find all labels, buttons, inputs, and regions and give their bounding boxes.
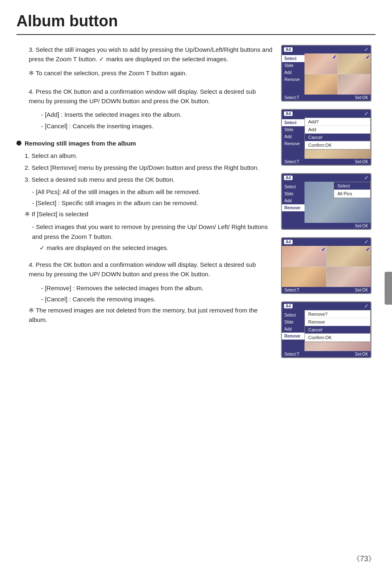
cam-body-3: Select Slide Add Remove Select All Pics (282, 182, 371, 223)
cam-photo-2: ✓ (338, 53, 371, 74)
cam-menu-remove-3[interactable]: Remove (282, 204, 304, 211)
cam-footer-left-2: Select:T (284, 160, 300, 164)
cam-footer-5: Select:T Set:OK (282, 351, 371, 357)
cam-photo-1: ✓ (304, 53, 337, 74)
screenshots-column: A4 ✓ Select Slide Add Remove ✓ ✓ (281, 45, 376, 358)
cam-photo-4-1: ✓ (282, 246, 326, 266)
cam-photo-4-3 (282, 267, 326, 287)
cam-menu-slide-3[interactable]: Slide (282, 190, 304, 197)
cam-menu-select[interactable]: Select (282, 55, 304, 62)
cam-footer-right-4: Set:OK (355, 288, 368, 292)
removing-step3-sub2: - [Select] : Specific still images in th… (32, 198, 273, 208)
cam-ui-4: A4 ✓ ✓ ✓ Select:T Set:OK (281, 237, 371, 294)
cam-menu-add-5[interactable]: Add (282, 326, 304, 333)
cam-menu-select-5[interactable]: Select (282, 312, 304, 319)
select-item-allpics[interactable]: All Pics (334, 190, 370, 198)
cam-photo-4 (338, 74, 371, 95)
check-mark-4-1: ✓ (321, 247, 325, 252)
cam-header-1: A4 ✓ (282, 46, 371, 53)
cam-menu-slide-5[interactable]: Slide (282, 319, 304, 326)
cam-body-4: ✓ ✓ (282, 246, 371, 287)
cam-menu-remove-2[interactable]: Remove (282, 140, 304, 147)
cam-footer-right-3: Set:OK (355, 224, 368, 228)
removing-check-note: ✓ marks are displayed on the selected im… (39, 243, 273, 252)
removing-select-detail: - Select images that you want to remove … (32, 222, 273, 241)
cam-menu-select-2[interactable]: Select (282, 119, 304, 126)
dropdown-remove-q: Remove? (305, 310, 370, 318)
screen1: A4 ✓ Select Slide Add Remove ✓ ✓ (281, 45, 376, 102)
cam-photo-4-4 (327, 267, 371, 287)
cam-check-5: ✓ (364, 303, 369, 309)
dropdown-add[interactable]: Add (305, 126, 370, 134)
cam-header-5: A4 ✓ (282, 302, 371, 310)
cam-label-4: A4 (284, 240, 293, 244)
check-mark-4-2: ✓ (366, 247, 370, 252)
cam-body-right-3: Select All Pics (304, 182, 371, 223)
page-title: Album button (16, 12, 376, 35)
screen2: A4 ✓ Select Slide Add Remove (281, 109, 376, 166)
cam-header-3: A4 ✓ (282, 174, 371, 182)
cam-dropdown-2: Add? Add Cancel Confirm:OK (304, 118, 371, 150)
step4-text: 4. Press the OK button and a confirmatio… (29, 87, 273, 106)
dropdown-confirm: Confirm:OK (305, 141, 370, 149)
cam-label-3: A4 (284, 176, 293, 180)
cam-footer-left-4: Select:T (284, 288, 300, 292)
step3-note: To cancel the selection, press the Zoom … (29, 68, 273, 78)
dropdown-cancel-5[interactable]: Cancel (305, 326, 370, 334)
cam-menu-add[interactable]: Add (282, 69, 304, 76)
cam-dropdown-5: Remove? Remove Cancel Confirm:OK (304, 310, 371, 342)
screen5: A4 ✓ Select Slide Add Remove (281, 301, 376, 358)
cam-footer-2: Select:T Set:OK (282, 159, 371, 165)
cam-check-2: ✓ (364, 111, 369, 117)
screen4: A4 ✓ ✓ ✓ Select:T Set:OK (281, 237, 376, 294)
main-layout: 3. Select the still images you wish to a… (16, 45, 376, 358)
text-column: 3. Select the still images you wish to a… (16, 45, 281, 358)
section-step4: 4. Press the OK button and a confirmatio… (16, 87, 273, 131)
removing-step1: 1. Select an album. (25, 151, 273, 160)
select-item-select[interactable]: Select (334, 182, 370, 190)
cam-footer-right-2: Set:OK (355, 160, 368, 164)
cam-menu-3: Select Slide Add Remove (282, 182, 304, 223)
side-tab (385, 272, 392, 305)
cam-ui-1: A4 ✓ Select Slide Add Remove ✓ ✓ (281, 45, 371, 102)
cam-check-4: ✓ (364, 239, 369, 245)
cam-body-right-5: Remove? Remove Cancel Confirm:OK (304, 310, 371, 351)
cam-ui-5: A4 ✓ Select Slide Add Remove (281, 301, 371, 358)
cam-menu-remove[interactable]: Remove (282, 76, 304, 83)
section-remove-step4: 4. Press the OK button and a confirmatio… (16, 260, 273, 325)
cam-ui-2: A4 ✓ Select Slide Add Remove (281, 109, 371, 166)
cam-footer-1: Select:T Set:OK (282, 95, 371, 101)
cam-photo-3 (304, 74, 337, 95)
cam-header-4: A4 ✓ (282, 238, 371, 246)
cam-menu-slide[interactable]: Slide (282, 62, 304, 69)
cam-photos-4: ✓ ✓ (282, 246, 371, 287)
cam-footer-right-1: Set:OK (355, 95, 368, 100)
check-mark-2: ✓ (366, 54, 370, 60)
removing-step3: 3. Select a desired sub menu and press t… (25, 175, 273, 184)
removing-note-select: If [Select] is selected (25, 209, 273, 219)
cam-menu-2: Select Slide Add Remove (282, 118, 304, 159)
removing-step2: 2. Select [Remove] menu by pressing the … (25, 163, 273, 172)
cam-footer-right-5: Set:OK (355, 352, 368, 356)
cam-menu-add-2[interactable]: Add (282, 133, 304, 140)
cam-footer-left-5: Select:T (284, 352, 300, 356)
screen3: A4 ✓ Select Slide Add Remove (281, 173, 376, 230)
bullet-icon (16, 141, 21, 146)
cam-select-dropdown-3: Select All Pics (334, 182, 371, 198)
cam-photos-1: ✓ ✓ (304, 53, 371, 95)
remove-note: The removed images are not deleted from … (29, 305, 273, 325)
remove-step4-sub2: - [Cancel] : Cancels the removing images… (41, 294, 273, 304)
cam-menu-select-3[interactable]: Select (282, 183, 304, 190)
dropdown-cancel[interactable]: Cancel (305, 134, 370, 141)
cam-menu-add-3[interactable]: Add (282, 197, 304, 204)
section-step3: 3. Select the still images you wish to a… (16, 45, 273, 78)
cam-footer-3: Set:OK (282, 223, 371, 229)
cam-body-1: Select Slide Add Remove ✓ ✓ (282, 53, 371, 95)
cam-menu-1: Select Slide Add Remove (282, 53, 304, 95)
cam-body-5: Select Slide Add Remove Remove? Remove C… (282, 310, 371, 351)
cam-menu-remove-5[interactable]: Remove (282, 333, 304, 340)
dropdown-remove[interactable]: Remove (305, 318, 370, 326)
cam-menu-slide-2[interactable]: Slide (282, 126, 304, 133)
step4-sub1: - [Add] : Inserts the selected images in… (41, 110, 273, 119)
page: Album button 3. Select the still images … (0, 0, 392, 576)
